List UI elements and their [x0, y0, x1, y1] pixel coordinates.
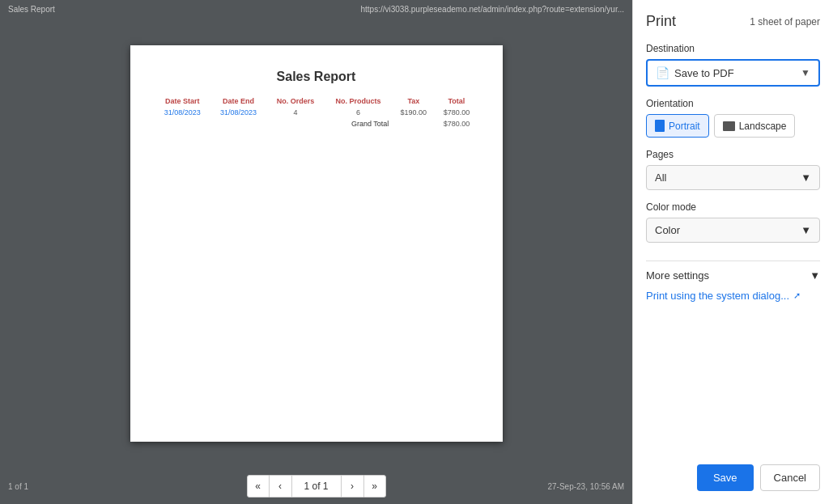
page-indicator: 1 of 1 — [292, 475, 341, 498]
prev-page-button[interactable]: ‹ — [270, 475, 292, 498]
first-page-button[interactable]: « — [247, 475, 270, 498]
system-dialog-link[interactable]: Print using the system dialog... ➚ — [646, 290, 820, 302]
cell-no-orders: 4 — [266, 107, 324, 118]
last-page-button[interactable]: » — [363, 475, 386, 498]
pages-label: Pages — [646, 149, 820, 160]
col-total: Total — [435, 95, 478, 107]
col-date-start: Date Start — [155, 95, 210, 107]
bottom-info-right: 27-Sep-23, 10:56 AM — [547, 482, 624, 491]
color-chevron-icon: ▼ — [801, 224, 811, 236]
paper-count: 1 sheet of paper — [750, 16, 820, 28]
destination-label: Destination — [646, 43, 820, 54]
landscape-label: Landscape — [739, 121, 787, 132]
cell-date-start: 31/08/2023 — [155, 107, 210, 118]
col-no-orders: No. Orders — [266, 95, 324, 107]
pages-value: All — [655, 172, 666, 184]
color-select[interactable]: Color ▼ — [646, 218, 820, 243]
color-mode-label: Color mode — [646, 201, 820, 213]
spacer — [646, 302, 820, 458]
cell-tax: $190.00 — [392, 107, 435, 118]
color-section: Color mode Color ▼ — [646, 201, 820, 243]
col-tax: Tax — [392, 95, 435, 107]
preview-top-left: Sales Report — [8, 5, 55, 14]
more-settings[interactable]: More settings ▼ — [646, 269, 820, 282]
grand-total-row: Grand Total $780.00 — [155, 118, 478, 129]
more-settings-chevron-icon: ▼ — [810, 269, 820, 282]
portrait-icon — [655, 120, 665, 132]
destination-section: Destination 📄 Save to PDF ▼ — [646, 43, 820, 87]
col-no-products: No. Products — [325, 95, 393, 107]
bottom-info-left: 1 of 1 — [8, 482, 28, 491]
print-page: Sales Report Date Start Date End No. Ord… — [130, 45, 503, 442]
orientation-group: Portrait Landscape — [646, 114, 820, 138]
grand-total-value: $780.00 — [435, 118, 478, 129]
cell-date-end: 31/08/2023 — [210, 107, 266, 118]
preview-area: Sales Report https://vi3038.purpleseadem… — [0, 0, 632, 504]
save-button[interactable]: Save — [697, 464, 754, 491]
destination-select-inner: 📄 Save to PDF — [656, 66, 734, 79]
panel-header: Print 1 sheet of paper — [646, 13, 820, 30]
bottom-bar: 1 of 1 « ‹ 1 of 1 › » 27-Sep-23, 10:56 A… — [0, 468, 632, 504]
pages-select[interactable]: All ▼ — [646, 165, 820, 190]
destination-value: Save to PDF — [674, 67, 734, 79]
pdf-icon: 📄 — [656, 66, 669, 79]
cell-no-products: 6 — [325, 107, 393, 118]
preview-top-bar: Sales Report https://vi3038.purpleseadem… — [0, 0, 632, 19]
landscape-icon — [723, 121, 735, 131]
cancel-button[interactable]: Cancel — [760, 464, 820, 491]
page-container: Sales Report Date Start Date End No. Ord… — [0, 19, 632, 468]
orientation-label: Orientation — [646, 98, 820, 109]
orientation-section: Orientation Portrait Landscape — [646, 98, 820, 138]
pagination: « ‹ 1 of 1 › » — [247, 475, 386, 498]
more-settings-label: More settings — [646, 269, 709, 282]
col-date-end: Date End — [210, 95, 266, 107]
report-title: Sales Report — [155, 70, 478, 84]
pages-chevron-icon: ▼ — [801, 172, 811, 184]
report-table: Date Start Date End No. Orders No. Produ… — [155, 95, 478, 129]
external-link-icon: ➚ — [793, 290, 801, 301]
portrait-label: Portrait — [669, 121, 700, 132]
panel-title: Print — [646, 13, 676, 30]
chevron-down-icon: ▼ — [801, 67, 810, 78]
destination-select[interactable]: 📄 Save to PDF ▼ — [646, 59, 820, 87]
portrait-button[interactable]: Portrait — [646, 114, 709, 138]
print-panel: Print 1 sheet of paper Destination 📄 Sav… — [632, 0, 833, 504]
pages-section: Pages All ▼ — [646, 149, 820, 190]
cell-total: $780.00 — [435, 107, 478, 118]
landscape-button[interactable]: Landscape — [714, 114, 796, 138]
preview-wrapper: Sales Report https://vi3038.purpleseadem… — [0, 0, 632, 504]
grand-total-label: Grand Total — [155, 118, 393, 129]
divider — [646, 260, 820, 261]
system-dialog-label: Print using the system dialog... — [646, 290, 789, 302]
action-buttons: Save Cancel — [646, 464, 820, 491]
next-page-button[interactable]: › — [341, 475, 363, 498]
grand-total-spacer — [392, 118, 435, 129]
color-value: Color — [655, 224, 680, 236]
table-row: 31/08/2023 31/08/2023 4 6 $190.00 $780.0… — [155, 107, 478, 118]
preview-top-right: https://vi3038.purpleseademo.net/admin/i… — [361, 5, 625, 14]
